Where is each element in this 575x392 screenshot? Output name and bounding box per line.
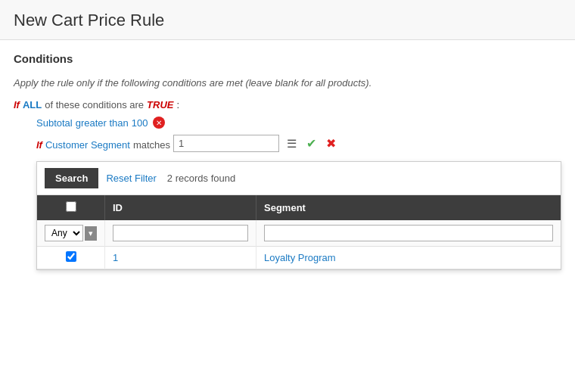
filter-select-wrap: Any Yes No ▾ (45, 225, 97, 241)
id-link[interactable]: 1 (113, 252, 118, 263)
subtotal-condition-line: Subtotal greater than 100 ✕ (36, 117, 561, 129)
search-popup: Search Reset Filter 2 records found ID S… (36, 161, 561, 270)
page-title: New Cart Price Rule (14, 11, 561, 30)
section-content: Conditions Apply the rule only if the fo… (0, 40, 575, 282)
true-keyword: TRUE (147, 99, 173, 110)
segment-value: Loyalty Program (264, 252, 336, 263)
row-checkbox-cell (37, 247, 105, 269)
table-header-row: ID Segment (37, 195, 561, 220)
segment-input[interactable] (173, 135, 279, 152)
reset-filter-link[interactable]: Reset Filter (106, 173, 156, 184)
all-keyword[interactable]: ALL (23, 99, 42, 110)
id-filter-input[interactable] (113, 225, 248, 241)
segment-filter-input[interactable] (264, 225, 553, 241)
confirm-icon[interactable]: ✔ (303, 136, 319, 151)
page-header: New Cart Price Rule (0, 0, 575, 40)
matches-label: matches (133, 139, 170, 151)
records-found-text: 2 records found (167, 173, 235, 184)
any-select-arrow[interactable]: ▾ (85, 226, 97, 241)
segment-column-header: Segment (256, 195, 561, 220)
all-conditions-line: If ALL of these conditions are TRUE : (14, 99, 561, 110)
cancel-icon[interactable]: ✖ (323, 136, 338, 151)
subtotal-value[interactable]: 100 (132, 117, 148, 129)
customer-if-keyword: If (36, 139, 42, 151)
search-toolbar: Search Reset Filter 2 records found (37, 162, 561, 195)
segment-input-row: ☰ ✔ ✖ (173, 135, 338, 152)
segment-cell: Loyalty Program (256, 247, 561, 269)
customer-segment-label[interactable]: Customer Segment (45, 139, 130, 151)
select-all-checkbox[interactable] (66, 201, 76, 212)
filter-row: Any Yes No ▾ (37, 220, 561, 247)
if-keyword: If (14, 99, 20, 110)
id-column-header: ID (105, 195, 256, 220)
rule-description: Apply the rule only if the following con… (14, 77, 561, 89)
conditions-block: If ALL of these conditions are TRUE : Su… (14, 99, 561, 155)
section-title: Conditions (14, 52, 561, 65)
subtotal-label[interactable]: Subtotal (36, 117, 73, 129)
table-row: 1 Loyalty Program (37, 247, 561, 269)
id-filter-cell (105, 220, 256, 247)
segment-condition-line: If Customer Segment matches ☰ ✔ ✖ (36, 135, 561, 155)
these-conditions-label: of these conditions are (45, 99, 144, 110)
segment-table: ID Segment Any Yes No ▾ (37, 195, 561, 269)
greater-than-label[interactable]: greater than (76, 117, 129, 129)
search-button[interactable]: Search (45, 168, 98, 188)
filter-checkbox-cell: Any Yes No ▾ (37, 220, 105, 247)
any-select[interactable]: Any Yes No (45, 225, 83, 241)
row-checkbox[interactable] (66, 251, 76, 262)
id-cell: 1 (105, 247, 256, 269)
subtotal-remove-icon[interactable]: ✕ (153, 117, 165, 129)
list-icon[interactable]: ☰ (284, 136, 299, 151)
segment-filter-cell (256, 220, 561, 247)
condition-colon: : (176, 99, 179, 110)
checkbox-header (37, 195, 105, 220)
